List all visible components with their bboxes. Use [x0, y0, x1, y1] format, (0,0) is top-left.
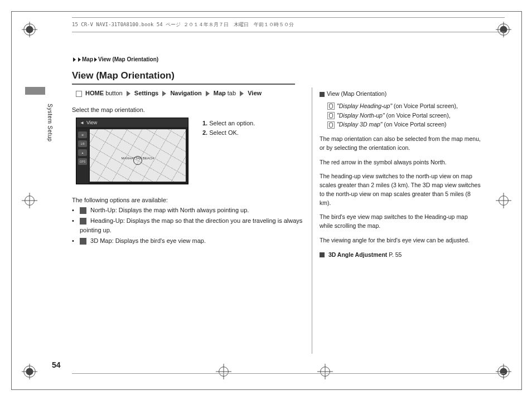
step-number: 2.: [202, 129, 207, 136]
voice-icon: [327, 121, 335, 129]
intro-text: Select the map orientation.: [72, 106, 145, 113]
nav-text: tab: [228, 90, 236, 96]
section-tab-icon: [25, 87, 45, 95]
voice-command: "Display 3D map" (on Voice Portal screen…: [327, 120, 481, 129]
arrow-icon: [206, 91, 210, 96]
info-title: View (Map Orientation): [320, 90, 481, 99]
step-text: Select an option.: [209, 120, 255, 126]
screenshot-cursor-icon: [133, 156, 142, 165]
breadcrumb: MapView (Map Orientation): [72, 56, 158, 62]
crop-mark-icon: [216, 364, 231, 379]
nav-navigation: Navigation: [170, 90, 201, 96]
info-paragraph: The red arrow in the symbol always point…: [320, 158, 481, 167]
heading-up-icon: [80, 218, 86, 225]
crop-mark-icon: [22, 193, 37, 208]
column-divider: [312, 87, 312, 354]
screenshot-side-button: 1/8: [78, 140, 87, 147]
breadcrumb-level2: View (Map Orientation): [98, 56, 158, 62]
voice-command: "Display North-up" (on Voice Portal scre…: [327, 111, 481, 120]
step-key: OK: [228, 129, 237, 136]
list-item: • 3D Map: Displays the bird's eye view m…: [72, 236, 304, 246]
nav-text: button: [105, 90, 123, 96]
list-item: • North-Up: Displays the map with North …: [72, 206, 304, 215]
info-column: View (Map Orientation) "Display Heading-…: [320, 90, 481, 259]
device-screenshot: View ⊕ 1/8 ▲ GPS MANHATTAN BEACH: [76, 118, 188, 184]
nav-home: HOME: [85, 90, 104, 96]
step-text: Select: [209, 129, 228, 136]
crop-mark-icon: [22, 22, 37, 37]
nav-settings: Settings: [134, 90, 158, 96]
navigation-path: HOME button Settings Navigation Map tab …: [76, 90, 262, 97]
voice-icon: [327, 112, 335, 119]
info-paragraph: The viewing angle for the bird's eye vie…: [320, 236, 481, 245]
page-number: 54: [52, 360, 61, 369]
crop-mark-icon: [22, 364, 37, 379]
home-icon: [76, 91, 82, 97]
crop-mark-icon: [496, 193, 511, 208]
crop-mark-icon: [317, 364, 333, 379]
north-up-icon: [80, 207, 86, 214]
page-title: View (Map Orientation): [72, 70, 295, 85]
document-header: 15 CR-V NAVI-31T0A8100.book 54 ページ ２０１４年…: [72, 17, 505, 32]
3d-map-icon: [80, 238, 86, 245]
list-item: • Heading-Up: Displays the map so that t…: [72, 216, 304, 235]
step-text: .: [237, 129, 239, 136]
screenshot-side-button: GPS: [78, 158, 87, 165]
option-text: North-Up: Displays the map with North al…: [89, 207, 249, 213]
option-text: 3D Map: Displays the bird's eye view map…: [89, 237, 206, 244]
crop-mark-icon: [496, 364, 511, 379]
option-text: Heading-Up: Displays the map so that the…: [80, 217, 302, 233]
sidebar-section-label: System Setup: [47, 104, 53, 142]
options-list: • North-Up: Displays the map with North …: [72, 206, 304, 247]
cross-reference: 3D Angle Adjustment P. 55: [320, 251, 481, 260]
screenshot-map: MANHATTAN BEACH: [90, 129, 186, 182]
arrow-icon: [127, 91, 130, 96]
options-intro: The following options are available:: [72, 197, 168, 203]
screenshot-side-button: ▲: [78, 149, 87, 156]
voice-command: "Display Heading-up" (on Voice Portal sc…: [327, 102, 481, 111]
nav-view: View: [248, 90, 262, 96]
screenshot-title: View: [76, 118, 188, 127]
arrow-icon: [240, 91, 244, 96]
page-frame: 15 CR-V NAVI-31T0A8100.book 54 ページ ２０１４年…: [11, 11, 522, 390]
steps-list: 1. Select an option. 2. Select OK.: [202, 119, 255, 137]
info-paragraph: The heading-up view switches to the nort…: [320, 172, 481, 207]
screenshot-side-button: ⊕: [78, 131, 87, 138]
info-paragraph: The bird's eye view map switches to the …: [320, 213, 481, 231]
info-paragraph: The map orientation can also be selected…: [320, 135, 481, 153]
footer-rule: [72, 373, 505, 374]
voice-icon: [327, 103, 335, 110]
breadcrumb-level1: Map: [82, 56, 93, 62]
step-number: 1.: [202, 120, 207, 126]
arrow-icon: [162, 91, 166, 96]
document-header-text: 15 CR-V NAVI-31T0A8100.book 54 ページ ２０１４年…: [72, 21, 505, 32]
screenshot-sidebar: ⊕ 1/8 ▲ GPS: [76, 129, 89, 184]
nav-map: Map: [214, 90, 226, 96]
